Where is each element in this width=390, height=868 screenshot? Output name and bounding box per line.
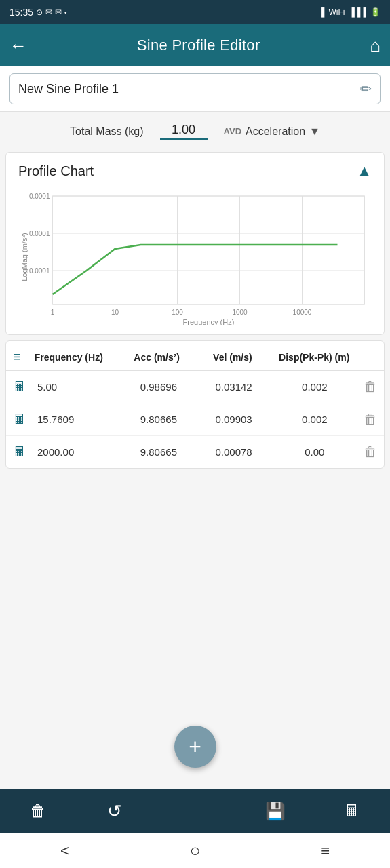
- mass-input[interactable]: [160, 123, 208, 140]
- svg-rect-1: [53, 196, 365, 304]
- battery-icon: 🔋: [370, 7, 381, 17]
- status-time: 15:35 ⊙ ✉ ✉ •: [9, 7, 67, 18]
- col-header-frequency: Frequency (Hz): [31, 352, 116, 363]
- row3-disp: 0.00: [269, 446, 361, 458]
- table-row: 🖩 2000.00 9.80665 0.00078 0.00 🗑: [6, 436, 384, 468]
- add-fab-button[interactable]: +: [174, 726, 216, 768]
- svg-text:10: 10: [111, 309, 119, 316]
- chart-collapse-icon[interactable]: ▲: [357, 162, 372, 180]
- row1-cells: 5.00 0.98696 0.03142 0.002: [33, 381, 361, 393]
- mass-label: Total Mass (kg): [70, 125, 143, 138]
- app-bar: ← Sine Profile Editor ⌂: [0, 24, 390, 66]
- profile-name-section: ✏: [0, 66, 390, 112]
- row2-acc: 9.80665: [118, 414, 199, 425]
- edit-icon[interactable]: ✏: [360, 81, 372, 97]
- controls-row: Total Mass (kg) AVD Acceleration ▼: [0, 112, 390, 146]
- chart-section: Profile Chart ▲ LogMag (m/s²) 0.0: [5, 152, 385, 335]
- calc-icon-row2[interactable]: 🖩: [13, 412, 26, 427]
- status-icons-right: ▐ WiFi ▐▐▐ 🔋: [319, 7, 381, 17]
- column-headers: Frequency (Hz) Acc (m/s²) Vel (m/s) Disp…: [31, 352, 361, 363]
- calc-icon-row3[interactable]: 🖩: [13, 444, 26, 460]
- home-button[interactable]: ⌂: [370, 35, 381, 56]
- table-row: 🖩 15.7609 9.80665 0.09903 0.002 🗑: [6, 403, 384, 436]
- chart-header: Profile Chart ▲: [6, 153, 384, 186]
- col-header-acc: Acc (m/s²): [116, 352, 197, 363]
- bars-icon: ▐▐▐: [349, 7, 366, 17]
- row2-cells: 15.7609 9.80665 0.09903 0.002: [33, 414, 361, 425]
- delete-row3-icon[interactable]: 🗑: [361, 444, 377, 460]
- row2-vel: 0.09903: [199, 414, 269, 425]
- avd-value: Acceleration: [246, 125, 305, 138]
- profile-name-input-row[interactable]: ✏: [9, 73, 381, 104]
- save-toolbar-icon[interactable]: 💾: [258, 794, 292, 828]
- back-button[interactable]: ←: [9, 35, 27, 56]
- table-header-row: ≡ Frequency (Hz) Acc (m/s²) Vel (m/s) Di…: [6, 341, 384, 371]
- row2-disp: 0.002: [269, 414, 361, 425]
- svg-text:1: 1: [51, 309, 55, 316]
- row3-vel: 0.00078: [199, 446, 269, 458]
- time-display: 15:35: [9, 7, 33, 18]
- row1-acc: 0.98696: [118, 381, 199, 393]
- row3-cells: 2000.00 9.80665 0.00078 0.00: [33, 446, 361, 458]
- signal-icon: ▐: [319, 7, 325, 17]
- status-icon-3: ✉: [55, 7, 62, 17]
- avd-selector[interactable]: AVD Acceleration ▼: [224, 125, 320, 138]
- chart-title: Profile Chart: [18, 163, 94, 179]
- bottom-toolbar: 🗑 ↺ 💾 🖩: [0, 789, 390, 833]
- table-section: ≡ Frequency (Hz) Acc (m/s²) Vel (m/s) Di…: [5, 340, 385, 469]
- nav-menu-icon[interactable]: ≡: [321, 842, 330, 860]
- row3-freq: 2000.00: [33, 446, 118, 458]
- svg-text:0.0001: 0.0001: [29, 193, 50, 200]
- calculator-toolbar-icon[interactable]: 🖩: [335, 794, 369, 828]
- chevron-down-icon: ▼: [309, 125, 320, 138]
- svg-text:0.0001: 0.0001: [29, 230, 50, 237]
- nav-back-icon[interactable]: <: [60, 842, 69, 860]
- nav-bar: < ○ ≡: [0, 833, 390, 868]
- col-header-disp: Disp(Pk-Pk) (m): [267, 352, 361, 363]
- bottom-area: + 🗑 ↺ 💾 🖩: [0, 789, 390, 833]
- svg-text:LogMag (m/s²): LogMag (m/s²): [20, 233, 28, 281]
- delete-row2-icon[interactable]: 🗑: [361, 412, 377, 427]
- avd-label: AVD: [224, 126, 241, 136]
- table-row: 🖩 5.00 0.98696 0.03142 0.002 🗑: [6, 371, 384, 403]
- svg-text:1000: 1000: [232, 309, 248, 316]
- app-bar-title: Sine Profile Editor: [27, 37, 370, 54]
- col-header-vel: Vel (m/s): [197, 352, 267, 363]
- add-icon: +: [189, 734, 201, 760]
- row3-acc: 9.80665: [118, 446, 199, 458]
- svg-text:100: 100: [172, 309, 183, 316]
- delete-row1-icon[interactable]: 🗑: [361, 379, 377, 395]
- status-dot: •: [64, 9, 67, 16]
- status-icon-2: ✉: [45, 7, 52, 17]
- status-bar: 15:35 ⊙ ✉ ✉ • ▐ WiFi ▐▐▐ 🔋: [0, 0, 390, 24]
- row1-freq: 5.00: [33, 381, 118, 393]
- svg-text:10000: 10000: [293, 309, 312, 316]
- refresh-toolbar-icon[interactable]: ↺: [98, 794, 132, 828]
- row1-disp: 0.002: [269, 381, 361, 393]
- filter-icon[interactable]: ≡: [13, 349, 21, 365]
- calc-icon-row1[interactable]: 🖩: [13, 379, 26, 395]
- row1-vel: 0.03142: [199, 381, 269, 393]
- delete-toolbar-icon[interactable]: 🗑: [21, 794, 55, 828]
- profile-chart: LogMag (m/s²) 0.0001 0.0001 0.0001: [13, 189, 377, 325]
- status-icon-1: ⊙: [36, 7, 43, 17]
- svg-text:0.0001: 0.0001: [29, 267, 50, 275]
- profile-name-input[interactable]: [18, 82, 360, 96]
- wifi-icon: WiFi: [328, 7, 345, 17]
- chart-area: LogMag (m/s²) 0.0001 0.0001 0.0001: [6, 186, 384, 334]
- nav-home-icon[interactable]: ○: [190, 840, 201, 861]
- svg-text:Frequency (Hz): Frequency (Hz): [183, 318, 235, 325]
- row2-freq: 15.7609: [33, 414, 118, 425]
